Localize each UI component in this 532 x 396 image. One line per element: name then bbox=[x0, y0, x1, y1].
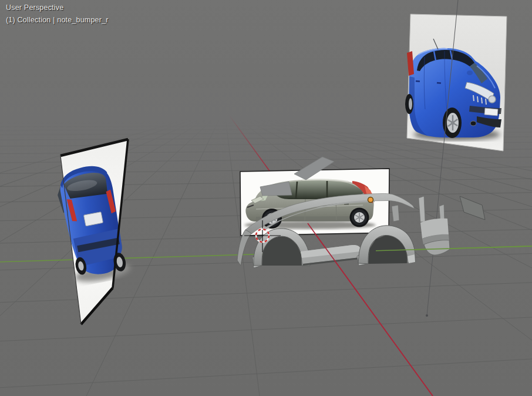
view-perspective-label: User Perspective bbox=[6, 4, 63, 12]
viewport-canvas[interactable] bbox=[0, 0, 532, 396]
object-origin-dot bbox=[368, 197, 373, 203]
reference-image-front[interactable] bbox=[405, 14, 507, 151]
active-collection-object-label: (1) Collection | note_bumper_r bbox=[6, 16, 109, 24]
blender-3d-viewport[interactable]: User Perspective (1) Collection | note_b… bbox=[0, 0, 532, 396]
